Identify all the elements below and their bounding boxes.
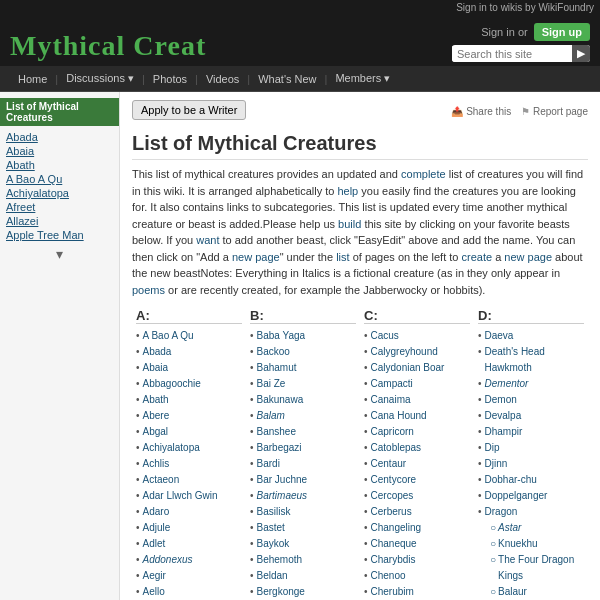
list-item[interactable]: Adar Llwch Gwin: [136, 488, 242, 504]
list-item[interactable]: Cana Hound: [364, 408, 470, 424]
list-item[interactable]: Centaur: [364, 456, 470, 472]
create-link[interactable]: create: [462, 251, 493, 263]
list-item[interactable]: Dementor: [478, 376, 584, 392]
sidebar-item-afreet[interactable]: Afreet: [0, 200, 119, 214]
list-item[interactable]: Calydonian Boar: [364, 360, 470, 376]
list-item[interactable]: Abada: [136, 344, 242, 360]
list-item[interactable]: Death's Head Hawkmoth: [478, 344, 584, 376]
list-item[interactable]: Adjule: [136, 520, 242, 536]
list-item[interactable]: Cherubim: [364, 584, 470, 600]
search-input[interactable]: [452, 46, 572, 62]
list-item[interactable]: Bai Ze: [250, 376, 356, 392]
nav-home[interactable]: Home: [10, 71, 55, 87]
list-item[interactable]: Achiyalatopa: [136, 440, 242, 456]
sidebar-item-apple[interactable]: Apple Tree Man: [0, 228, 119, 242]
list-item[interactable]: Addonexus: [136, 552, 242, 568]
list-item[interactable]: Abath: [136, 392, 242, 408]
list-item[interactable]: Abbagoochie: [136, 376, 242, 392]
list-item[interactable]: Bastet: [250, 520, 356, 536]
nav-members[interactable]: Members ▾: [327, 70, 398, 87]
nav-videos[interactable]: Videos: [198, 71, 247, 87]
list-item[interactable]: Backoo: [250, 344, 356, 360]
list-item[interactable]: Adaro: [136, 504, 242, 520]
signup-button[interactable]: Sign up: [534, 23, 590, 41]
share-this[interactable]: 📤 Share this: [451, 106, 511, 117]
list-item[interactable]: Dragon: [478, 504, 584, 520]
column-d: D: Daeva Death's Head Hawkmoth Dementor …: [474, 308, 588, 600]
column-c: C: Cacus Calygreyhound Calydonian Boar C…: [360, 308, 474, 600]
list-item[interactable]: Cacus: [364, 328, 470, 344]
complete-link[interactable]: complete: [401, 168, 446, 180]
list-item[interactable]: Aello: [136, 584, 242, 600]
list-item[interactable]: Bahamut: [250, 360, 356, 376]
list-item[interactable]: Abere: [136, 408, 242, 424]
list-item[interactable]: A Bao A Qu: [136, 328, 242, 344]
list-item[interactable]: Abgal: [136, 424, 242, 440]
sidebar-item-allazei[interactable]: Allazei: [0, 214, 119, 228]
list-item[interactable]: Campacti: [364, 376, 470, 392]
list-item[interactable]: Adlet: [136, 536, 242, 552]
list-item[interactable]: Banshee: [250, 424, 356, 440]
list-item[interactable]: Demon: [478, 392, 584, 408]
sidebar-item-abaoa[interactable]: A Bao A Qu: [0, 172, 119, 186]
list-item[interactable]: Behemoth: [250, 552, 356, 568]
list-item[interactable]: Dobhar-chu: [478, 472, 584, 488]
help-link[interactable]: help: [337, 185, 358, 197]
list-item[interactable]: Bakunawa: [250, 392, 356, 408]
list-item[interactable]: Devalpa: [478, 408, 584, 424]
list-item[interactable]: Changeling: [364, 520, 470, 536]
apply-writer-button[interactable]: Apply to be a Writer: [132, 100, 246, 120]
want-link[interactable]: want: [196, 234, 219, 246]
list-item[interactable]: Achlis: [136, 456, 242, 472]
list-item[interactable]: ○ Knuekhu: [490, 536, 584, 552]
list-item[interactable]: Aegir: [136, 568, 242, 584]
list-item[interactable]: Baykok: [250, 536, 356, 552]
signin-link[interactable]: Sign in or: [481, 26, 527, 38]
list-item[interactable]: Capricorn: [364, 424, 470, 440]
list-item[interactable]: Canaima: [364, 392, 470, 408]
list-link[interactable]: list: [336, 251, 349, 263]
sidebar-scroll-arrow[interactable]: ▾: [0, 246, 119, 262]
list-item[interactable]: Daeva: [478, 328, 584, 344]
list-item[interactable]: Chenoo: [364, 568, 470, 584]
list-item[interactable]: ○ The Four Dragon Kings: [490, 552, 584, 584]
list-item[interactable]: Chaneque: [364, 536, 470, 552]
list-item[interactable]: Bar Juchne: [250, 472, 356, 488]
list-item[interactable]: Abaia: [136, 360, 242, 376]
list-item[interactable]: Cercopes: [364, 488, 470, 504]
poems-link[interactable]: poems: [132, 284, 165, 296]
sidebar-item-abada[interactable]: Abada: [0, 130, 119, 144]
list-item[interactable]: Actaeon: [136, 472, 242, 488]
list-item[interactable]: Dhampir: [478, 424, 584, 440]
new-page-link[interactable]: new page: [232, 251, 280, 263]
list-item[interactable]: Djinn: [478, 456, 584, 472]
sidebar-item-abath[interactable]: Abath: [0, 158, 119, 172]
list-item[interactable]: Baba Yaga: [250, 328, 356, 344]
list-item[interactable]: Calygreyhound: [364, 344, 470, 360]
list-item[interactable]: Centycore: [364, 472, 470, 488]
sidebar-item-achiya[interactable]: Achiyalatopa: [0, 186, 119, 200]
list-item[interactable]: Bardi: [250, 456, 356, 472]
list-item[interactable]: Beldan: [250, 568, 356, 584]
list-item[interactable]: Charybdis: [364, 552, 470, 568]
nav-discussions[interactable]: Discussions ▾: [58, 70, 142, 87]
list-item[interactable]: Dip: [478, 440, 584, 456]
list-item[interactable]: Bergkonge: [250, 584, 356, 600]
list-item[interactable]: Cerberus: [364, 504, 470, 520]
report-page[interactable]: ⚑ Report page: [521, 106, 588, 117]
sidebar-item-abaia[interactable]: Abaia: [0, 144, 119, 158]
list-item[interactable]: ○ Balaur: [490, 584, 584, 600]
search-button[interactable]: ▶: [572, 45, 590, 62]
description: This list of mythical creatures provides…: [132, 166, 588, 298]
build-link[interactable]: build: [338, 218, 361, 230]
list-item[interactable]: Catoblepas: [364, 440, 470, 456]
list-item[interactable]: ○ Astar: [490, 520, 584, 536]
list-item[interactable]: Barbegazi: [250, 440, 356, 456]
list-item[interactable]: Bartimaeus: [250, 488, 356, 504]
nav-whats-new[interactable]: What's New: [250, 71, 324, 87]
list-item[interactable]: Balam: [250, 408, 356, 424]
new-page-link2[interactable]: new page: [504, 251, 552, 263]
nav-photos[interactable]: Photos: [145, 71, 195, 87]
list-item[interactable]: Basilisk: [250, 504, 356, 520]
list-item[interactable]: Doppelganger: [478, 488, 584, 504]
